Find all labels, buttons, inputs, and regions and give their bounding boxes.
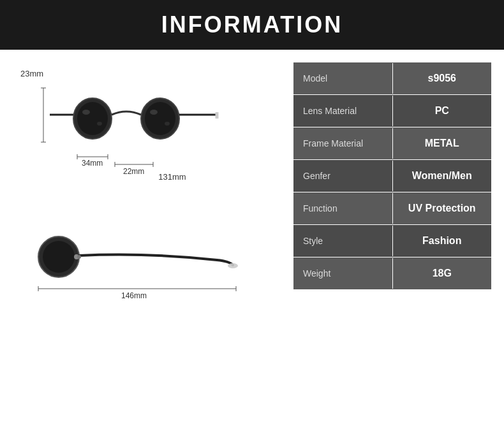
spec-label: Weight — [293, 258, 393, 289]
spec-value: Women/Men — [393, 160, 492, 192]
spec-row: GenferWomen/Men — [293, 160, 491, 192]
svg-point-28 — [228, 263, 238, 268]
spec-label: Frame Material — [293, 128, 393, 159]
svg-point-13 — [165, 122, 170, 126]
main-content: 23mm — [0, 50, 504, 434]
svg-point-11 — [97, 122, 102, 126]
spec-label: Style — [293, 226, 393, 256]
svg-text:146mm: 146mm — [121, 291, 147, 298]
top-view-section: 23mm — [13, 62, 281, 228]
spec-row: Frame MaterialMETAL — [293, 127, 491, 160]
glasses-side-svg: 146mm — [32, 228, 274, 298]
spec-label: Genfer — [293, 161, 393, 191]
right-panel: Models9056Lens MaterialPCFrame MaterialM… — [293, 62, 491, 429]
spec-row: FunctionUV Protection — [293, 192, 491, 225]
svg-text:34mm: 34mm — [82, 159, 103, 168]
spec-row: Models9056 — [293, 62, 491, 95]
svg-point-10 — [82, 110, 90, 115]
header-title: INFORMATION — [161, 11, 343, 38]
spec-label: Function — [293, 193, 393, 224]
spec-row: Lens MaterialPC — [293, 95, 491, 127]
spec-label: Model — [293, 63, 393, 94]
svg-text:22mm: 22mm — [123, 167, 144, 176]
spec-table: Models9056Lens MaterialPCFrame MaterialM… — [293, 62, 491, 290]
spec-value: PC — [393, 95, 492, 127]
spec-value: UV Protection — [393, 192, 492, 224]
spec-label: Lens Material — [293, 96, 393, 126]
svg-point-7 — [145, 102, 175, 135]
svg-point-26 — [43, 241, 75, 273]
spec-value: 18G — [393, 257, 492, 289]
spec-value: METAL — [393, 127, 492, 159]
spec-value: s9056 — [393, 62, 492, 94]
spec-row: StyleFashion — [293, 225, 491, 257]
page-header: INFORMATION — [0, 0, 504, 50]
spec-value: Fashion — [393, 225, 492, 257]
svg-point-29 — [77, 255, 81, 259]
top-view-image: 34mm 22mm 131mm — [32, 82, 281, 182]
left-panel: 23mm — [13, 62, 281, 429]
svg-point-12 — [150, 110, 158, 115]
svg-point-5 — [77, 102, 108, 135]
dim-23mm-label: 23mm — [20, 69, 43, 78]
side-view-image: 146mm — [32, 228, 281, 301]
side-view-section: 146mm — [13, 228, 281, 349]
glasses-top-svg: 34mm 22mm — [32, 82, 274, 177]
spec-row: Weight18G — [293, 257, 491, 290]
